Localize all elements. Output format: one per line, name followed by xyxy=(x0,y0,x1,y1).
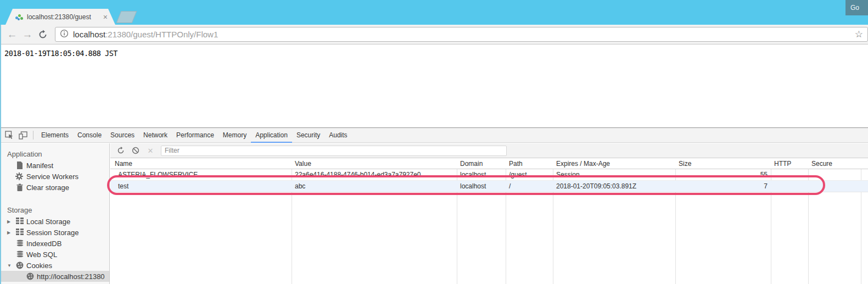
sidebar-item-cookie-origin[interactable]: http://localhost:21380 xyxy=(0,271,109,282)
database-icon xyxy=(16,250,24,258)
url-host: localhost xyxy=(73,30,105,39)
column-header-value[interactable]: Value xyxy=(292,158,457,169)
sidebar-item-local-storage[interactable]: ▶ Local Storage xyxy=(0,216,109,227)
inspect-element-icon[interactable] xyxy=(5,131,14,140)
devtools-tab-performance[interactable]: Performance xyxy=(172,128,219,142)
sidebar-item-clear-storage[interactable]: Clear storage xyxy=(0,182,109,193)
devtools-tab-security[interactable]: Security xyxy=(292,128,324,142)
sidebar-item-label: http://localhost:21380 xyxy=(37,272,105,281)
delete-selected-icon[interactable]: ✕ xyxy=(146,146,155,155)
tab-title: localhost:21380/guest xyxy=(27,13,91,21)
devtools-tabbar: Elements Console Sources Network Perform… xyxy=(0,128,868,143)
sidebar-item-manifest[interactable]: Manifest xyxy=(0,160,109,171)
page-content: 2018-01-19T18:05:04.888 JST xyxy=(0,44,868,127)
sidebar-section-storage: Storage xyxy=(0,205,109,216)
window-corner-label: Go xyxy=(850,4,859,12)
table-header-row: Name Value Domain Path Expires / Max-Age… xyxy=(110,158,868,169)
column-header-secure[interactable]: Secure xyxy=(808,158,861,169)
sidebar-item-label: IndexedDB xyxy=(26,240,61,248)
devtools-tab-network[interactable]: Network xyxy=(139,128,172,142)
cookie-domain: localhost xyxy=(457,169,506,180)
cookie-domain: localhost xyxy=(457,181,506,192)
devtools-tab-sources[interactable]: Sources xyxy=(106,128,139,142)
cookie-name: ASTERIA_FLOWSERVICE xyxy=(110,169,292,180)
cookie-size: 55 xyxy=(675,169,771,180)
cookies-pane: ✕ Name Value Domain Path Expires / Max-A… xyxy=(110,143,868,284)
tab-close-icon[interactable]: × xyxy=(103,13,108,21)
site-favicon-icon xyxy=(15,13,24,21)
sidebar-item-cookies[interactable]: ▼ Cookies xyxy=(0,260,109,271)
url-bar[interactable]: localhost:21380/guest/HTTPOnly/Flow1 ☆ xyxy=(55,27,868,42)
sidebar-item-service-workers[interactable]: Service Workers xyxy=(0,171,109,182)
device-toolbar-icon[interactable] xyxy=(19,131,27,140)
url-path: :21380/guest/HTTPOnly/Flow1 xyxy=(105,30,218,39)
browser-window: localhost:21380/guest × Go ← → localhost… xyxy=(0,0,868,284)
reload-button-icon[interactable] xyxy=(35,30,51,40)
cookie-value: abc xyxy=(292,181,457,192)
column-header-path[interactable]: Path xyxy=(506,158,553,169)
cookie-size: 7 xyxy=(675,181,771,192)
cookie-path: /guest xyxy=(506,169,553,180)
expander-collapsed-icon[interactable]: ▶ xyxy=(7,219,10,224)
new-tab-button[interactable] xyxy=(116,11,137,23)
sidebar-item-label: Local Storage xyxy=(26,218,70,226)
application-sidebar: Application Manifest Service Workers Cle… xyxy=(0,143,110,284)
cookie-secure xyxy=(808,181,861,192)
gear-icon xyxy=(15,172,23,180)
trash-icon xyxy=(16,183,24,191)
filter-input[interactable] xyxy=(161,146,507,156)
devtools-tab-audits[interactable]: Audits xyxy=(324,128,351,142)
url-text: localhost:21380/guest/HTTPOnly/Flow1 xyxy=(73,30,218,39)
bookmark-star-icon[interactable]: ☆ xyxy=(855,29,863,40)
column-header-name[interactable]: Name xyxy=(110,158,292,169)
cookie-http xyxy=(771,181,808,192)
cookie-path: / xyxy=(506,181,553,192)
devtools-tab-console[interactable]: Console xyxy=(73,128,106,142)
column-header-size[interactable]: Size xyxy=(675,158,771,169)
storage-table-icon xyxy=(16,218,24,225)
devtools-tab-elements[interactable]: Elements xyxy=(37,128,73,142)
toolbar-divider xyxy=(33,131,33,140)
cookie-icon xyxy=(16,261,24,269)
table-row-asteria-flowservice[interactable]: ASTERIA_FLOWSERVICE 22a6e416-4188-4746-b… xyxy=(110,169,868,181)
sidebar-item-session-storage[interactable]: ▶ Session Storage xyxy=(0,227,109,238)
sidebar-item-label: Clear storage xyxy=(26,183,69,192)
window-edge xyxy=(0,25,1,284)
clear-all-icon[interactable] xyxy=(131,146,140,155)
info-icon[interactable] xyxy=(60,29,69,40)
table-row-test[interactable]: test abc localhost / 2018-01-20T09:05:03… xyxy=(110,181,868,192)
cookie-http xyxy=(771,169,808,180)
refresh-icon[interactable] xyxy=(116,146,125,155)
sidebar-item-web-sql[interactable]: Web SQL xyxy=(0,249,109,260)
window-corner-button[interactable]: Go xyxy=(845,0,868,15)
browser-titlebar: localhost:21380/guest × Go xyxy=(0,0,868,25)
sidebar-item-label: Manifest xyxy=(26,162,53,170)
browser-toolbar: ← → localhost:21380/guest/HTTPOnly/Flow1… xyxy=(0,25,868,44)
devtools-panel: Elements Console Sources Network Perform… xyxy=(0,127,868,284)
cookie-expires: Session xyxy=(553,169,675,180)
expander-expanded-icon[interactable]: ▼ xyxy=(7,263,12,268)
cookie-name: test xyxy=(110,181,292,192)
sidebar-item-label: Cookies xyxy=(26,261,52,270)
column-header-domain[interactable]: Domain xyxy=(457,158,506,169)
sidebar-section-application: Application xyxy=(0,149,109,160)
cookies-table: Name Value Domain Path Expires / Max-Age… xyxy=(110,158,868,284)
cookies-toolbar: ✕ xyxy=(110,143,868,158)
devtools-tab-application[interactable]: Application xyxy=(251,128,292,143)
back-button-icon[interactable]: ← xyxy=(4,29,20,40)
column-header-http[interactable]: HTTP xyxy=(771,158,808,169)
sidebar-item-label: Web SQL xyxy=(26,250,57,259)
database-icon xyxy=(16,240,24,247)
manifest-icon xyxy=(16,162,24,169)
sidebar-item-label: Session Storage xyxy=(26,229,79,237)
forward-button-icon[interactable]: → xyxy=(20,29,35,40)
cookie-value: 22a6e416-4188-4746-b014-ed3a7a7927e0 xyxy=(292,169,457,180)
devtools-tab-memory[interactable]: Memory xyxy=(219,128,251,142)
cookie-icon xyxy=(26,272,34,280)
cookie-expires: 2018-01-20T09:05:03.891Z xyxy=(553,181,675,192)
browser-tab[interactable]: localhost:21380/guest × xyxy=(5,9,115,25)
page-timestamp: 2018-01-19T18:05:04.888 JST xyxy=(4,49,117,58)
expander-collapsed-icon[interactable]: ▶ xyxy=(7,230,10,235)
sidebar-item-indexeddb[interactable]: IndexedDB xyxy=(0,238,109,249)
column-header-expires[interactable]: Expires / Max-Age xyxy=(553,158,675,169)
